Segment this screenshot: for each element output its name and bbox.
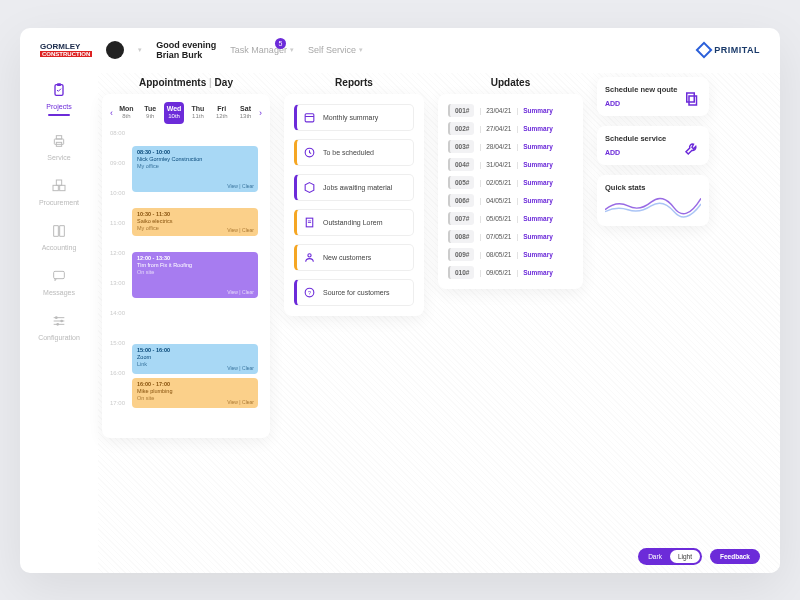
summary-link[interactable]: Summary (523, 143, 553, 150)
topbar: GORMLEY CONSTRUCTION ▾ Good evening Bria… (20, 28, 780, 74)
update-id: 009# (448, 248, 474, 261)
report-label: Outstanding Lorem (323, 219, 383, 226)
update-date: 28/04/21 (486, 143, 511, 150)
sidebar-item-accounting[interactable]: Accounting (42, 222, 77, 251)
calendar-event[interactable]: 10:30 - 11:30Saiko electricsMy officeVie… (132, 208, 258, 236)
svg-point-15 (308, 254, 311, 257)
theme-toggle[interactable]: Dark Light (638, 548, 702, 565)
book-icon (50, 222, 68, 240)
day-tab[interactable]: Tue9th (140, 102, 161, 124)
update-row: 010#|09/05/21|Summary (448, 266, 573, 279)
sidebar-label: Service (47, 154, 70, 161)
svg-rect-12 (305, 114, 314, 122)
main: Appointments | Day ‹ Mon8thTue9thWed10th… (98, 73, 780, 572)
day-tab[interactable]: Fri12th (211, 102, 232, 124)
next-day-button[interactable]: › (259, 108, 262, 118)
theme-light: Light (670, 550, 700, 563)
updates-card: 001#|23/04/21|Summary002#|27/04/21|Summa… (438, 94, 583, 289)
report-item[interactable]: Monthly summary (294, 104, 414, 131)
greeting-line: Good evening (156, 40, 216, 51)
sidebar-label: Procurement (39, 199, 79, 206)
summary-link[interactable]: Summary (523, 197, 553, 204)
reports-card: Monthly summaryTo be scheduledJobs await… (284, 94, 424, 316)
clipboard-icon (50, 81, 68, 99)
update-row: 002#|27/04/21|Summary (448, 122, 573, 135)
report-item[interactable]: New customers (294, 244, 414, 271)
summary-link[interactable]: Summary (523, 179, 553, 186)
navlabel: Self Service (308, 45, 356, 55)
calendar-event[interactable]: 12:00 - 13:30Tim from Fix it RoofingOn s… (132, 252, 258, 298)
report-label: Jobs awaiting material (323, 184, 392, 191)
svg-rect-6 (60, 185, 65, 190)
svg-point-11 (56, 323, 59, 326)
summary-link[interactable]: Summary (523, 215, 553, 222)
diamond-icon (696, 42, 713, 59)
svg-rect-5 (53, 185, 58, 190)
event-actions[interactable]: View | Clear (227, 227, 254, 234)
summary-link[interactable]: Summary (523, 233, 553, 240)
calendar-event[interactable]: 15:00 - 16:00ZoomLinkView | Clear (132, 344, 258, 374)
summary-link[interactable]: Summary (523, 161, 553, 168)
hour-label: 08:00 (110, 130, 125, 136)
feedback-button[interactable]: Feedback (710, 549, 760, 564)
day-tabs: ‹ Mon8thTue9thWed10thThu11thFri12thSat13… (110, 102, 262, 124)
day-tab[interactable]: Wed10th (164, 102, 185, 124)
update-date: 07/05/21 (486, 233, 511, 240)
calendar-event[interactable]: 16:00 - 17:00Mike plumbingOn siteView | … (132, 378, 258, 408)
sidebar-item-configuration[interactable]: Configuration (38, 312, 80, 341)
box-icon (303, 181, 316, 194)
section-title: Reports (284, 77, 424, 88)
logo-text: CONSTRUCTION (40, 51, 92, 57)
section-title: Appointments | Day (102, 77, 270, 88)
paper-icon (303, 216, 316, 229)
hour-label: 11:00 (110, 220, 125, 226)
sidebar: ProjectsServiceProcurementAccountingMess… (20, 73, 98, 572)
avatar[interactable] (106, 41, 124, 59)
chevron-down-icon: ▾ (290, 46, 294, 54)
hour-label: 10:00 (110, 190, 125, 196)
report-item[interactable]: Jobs awaiting material (294, 174, 414, 201)
update-date: 05/05/21 (486, 215, 511, 222)
theme-dark: Dark (640, 550, 670, 563)
sidebar-item-service[interactable]: Service (47, 132, 70, 161)
update-id: 001# (448, 104, 474, 117)
prev-day-button[interactable]: ‹ (110, 108, 113, 118)
update-row: 001#|23/04/21|Summary (448, 104, 573, 117)
add-button[interactable]: ADD (605, 149, 620, 156)
calendar-event[interactable]: 08:30 - 10:00Nick Gormley ConstructionMy… (132, 146, 258, 192)
hour-label: 13:00 (110, 280, 125, 286)
nav-task-manager[interactable]: Task Manager 5 ▾ (230, 45, 294, 55)
updates-column: Updates 001#|23/04/21|Summary002#|27/04/… (438, 77, 583, 562)
sidebar-label: Configuration (38, 334, 80, 341)
summary-link[interactable]: Summary (523, 251, 553, 258)
summary-link[interactable]: Summary (523, 269, 553, 276)
report-item[interactable]: To be scheduled (294, 139, 414, 166)
calendar-icon (303, 111, 316, 124)
event-actions[interactable]: View | Clear (227, 399, 254, 406)
sidebar-item-procurement[interactable]: Procurement (39, 177, 79, 206)
day-tab[interactable]: Sat13th (235, 102, 256, 124)
update-id: 004# (448, 158, 474, 171)
copy-icon (683, 90, 701, 108)
summary-link[interactable]: Summary (523, 125, 553, 132)
chevron-down-icon[interactable]: ▾ (138, 46, 142, 54)
sidebar-label: Messages (43, 289, 75, 296)
event-actions[interactable]: View | Clear (227, 289, 254, 296)
summary-link[interactable]: Summary (523, 107, 553, 114)
event-actions[interactable]: View | Clear (227, 365, 254, 372)
day-tab[interactable]: Mon8th (116, 102, 137, 124)
report-item[interactable]: Outstanding Lorem (294, 209, 414, 236)
sidebar-item-projects[interactable]: Projects (46, 81, 71, 116)
event-actions[interactable]: View | Clear (227, 183, 254, 190)
update-row: 006#|04/05/21|Summary (448, 194, 573, 207)
report-label: Source for customers (323, 289, 390, 296)
svg-rect-19 (687, 93, 695, 102)
hour-label: 17:00 (110, 400, 125, 406)
day-tab[interactable]: Thu11th (187, 102, 208, 124)
add-button[interactable]: ADD (605, 100, 620, 107)
report-item[interactable]: ?Source for customers (294, 279, 414, 306)
sidebar-item-messages[interactable]: Messages (43, 267, 75, 296)
nav-self-service[interactable]: Self Service ▾ (308, 45, 363, 55)
sidebar-label: Projects (46, 103, 71, 110)
sparkline-chart (605, 192, 701, 218)
